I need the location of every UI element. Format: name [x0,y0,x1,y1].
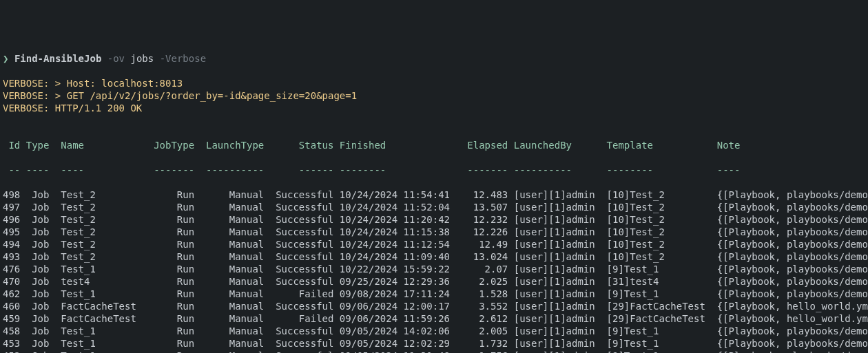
table-row: 453 Job Test_1 Run Manual Successful 09/… [3,337,868,350]
prompt-symbol: ❯ [3,53,8,64]
arg-jobs: jobs [130,53,154,64]
verbose-output: VERBOSE: > Host: localhost:8013VERBOSE: … [3,77,868,114]
command-name: Find-AnsibleJob [14,53,101,64]
table-row: 476 Job Test_1 Run Manual Successful 10/… [3,263,868,275]
table-row: 497 Job Test_2 Run Manual Successful 10/… [3,201,868,213]
table-row: 496 Job Test_2 Run Manual Successful 10/… [3,213,868,226]
flag-verbose: -Verbose [160,53,206,64]
command-line[interactable]: ❯ Find-AnsibleJob -ov jobs -Verbose [3,52,868,65]
table-row: 493 Job Test_2 Run Manual Successful 10/… [3,250,868,263]
verbose-line: VERBOSE: HTTP/1.1 200 OK [3,102,868,114]
table-row: 495 Job Test_2 Run Manual Successful 10/… [3,226,868,238]
table-row: 459 Job FactCacheTest Run Manual Failed … [3,312,868,325]
table-row: 458 Job Test_1 Run Manual Successful 09/… [3,325,868,337]
verbose-line: VERBOSE: > GET /api/v2/jobs/?order_by=-i… [3,89,868,102]
table-row: 494 Job Test_2 Run Manual Successful 10/… [3,238,868,250]
table-row: 452 Job Test_1 Run Manual Successful 09/… [3,350,868,353]
table-row: 470 Job test4 Run Manual Successful 09/2… [3,275,868,288]
table-header-dashes: -- ---- ---- ------- ---------- ------ -… [3,164,868,176]
table-row: 498 Job Test_2 Run Manual Successful 10/… [3,189,868,201]
verbose-line: VERBOSE: > Host: localhost:8013 [3,77,868,89]
flag-ov: -ov [107,53,125,64]
table-row: 460 Job FactCacheTest Run Manual Success… [3,300,868,312]
table-header-row: Id Type Name JobType LaunchType Status F… [3,139,868,151]
table-body: 498 Job Test_2 Run Manual Successful 10/… [3,189,868,353]
table-row: 462 Job Test_1 Run Manual Failed 09/08/2… [3,288,868,300]
